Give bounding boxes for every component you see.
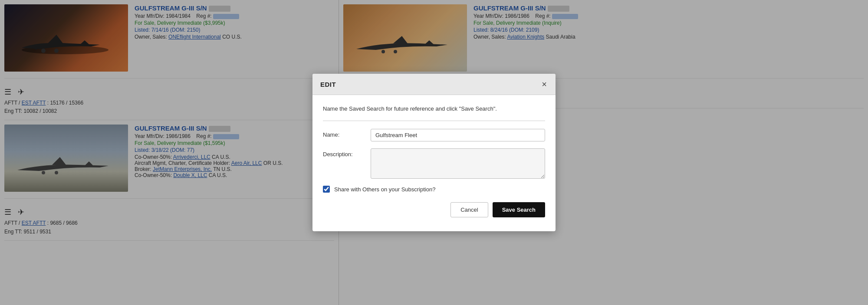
description-form-row: Description:	[323, 148, 545, 179]
modal-overlay: EDIT × Name the Saved Search for future …	[0, 0, 868, 305]
name-form-row: Name:	[323, 129, 545, 141]
save-search-button[interactable]: Save Search	[493, 202, 545, 217]
modal-header: EDIT ×	[312, 74, 556, 95]
name-input[interactable]	[371, 129, 545, 141]
modal-description: Name the Saved Search for future referen…	[323, 105, 545, 112]
checkbox-row: Share with Others on your Subscription?	[323, 186, 545, 193]
checkbox-label: Share with Others on your Subscription?	[334, 186, 435, 193]
share-checkbox[interactable]	[323, 186, 330, 193]
modal-footer: Cancel Save Search	[323, 202, 545, 221]
close-button[interactable]: ×	[541, 80, 548, 89]
description-label: Description:	[323, 148, 371, 157]
description-textarea[interactable]	[371, 148, 545, 179]
separator	[323, 121, 545, 121]
modal-body: Name the Saved Search for future referen…	[312, 95, 556, 231]
edit-modal: EDIT × Name the Saved Search for future …	[312, 74, 556, 231]
cancel-button[interactable]: Cancel	[450, 202, 488, 217]
modal-title: EDIT	[320, 81, 336, 88]
name-label: Name:	[323, 129, 371, 138]
